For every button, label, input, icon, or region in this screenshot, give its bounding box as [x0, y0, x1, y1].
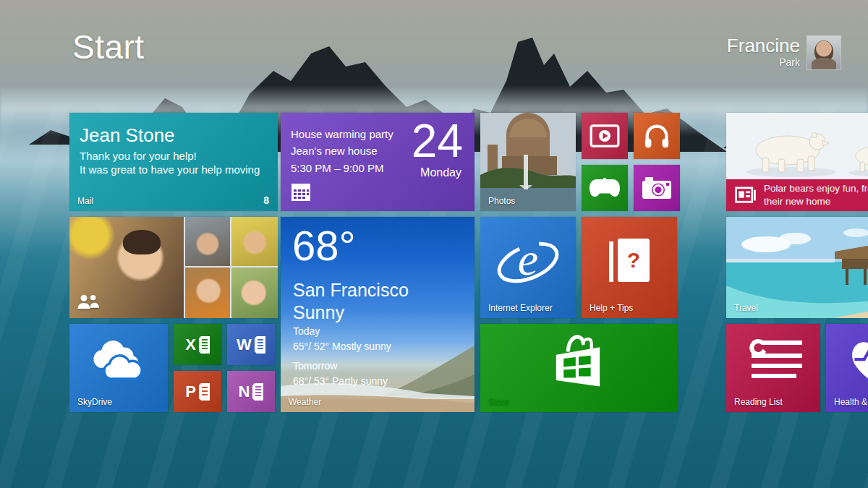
onenote-notebook-icon — [252, 383, 263, 401]
powerpoint-slide-icon — [199, 383, 210, 401]
polar-bears-photo — [726, 113, 868, 179]
calendar-event-time: 5:30 PM – 9:00 PM — [291, 160, 393, 176]
tile-skydrive[interactable]: SkyDrive — [69, 324, 168, 412]
reading-list-icon — [744, 337, 803, 382]
travel-label: Travel — [734, 303, 758, 313]
question-mark: ? — [627, 248, 640, 273]
tile-weather[interactable]: 68° San Francisco Sunny Today 65°/ 52° M… — [281, 217, 475, 412]
internet-explorer-label: Internet Explorer — [488, 303, 553, 313]
user-account-button[interactable]: Francine Park — [727, 36, 841, 69]
book-question-icon: ? — [618, 239, 650, 282]
skydrive-label: SkyDrive — [77, 397, 112, 407]
mail-subject: Thank you for your help! — [80, 150, 278, 162]
camera-icon — [642, 176, 672, 200]
news-headline-line1: Polar bears enjoy fun, free — [764, 182, 868, 195]
word-letter: W — [237, 335, 252, 354]
people-photo-4 — [231, 267, 278, 318]
people-icon — [77, 294, 101, 311]
weather-temperature: 68° — [292, 221, 356, 270]
people-photo-1 — [185, 217, 230, 266]
tile-word[interactable]: W — [227, 324, 275, 365]
tile-video[interactable] — [582, 113, 628, 159]
heart-pulse-icon — [846, 335, 868, 386]
excel-workbook-icon — [199, 336, 210, 354]
newspaper-icon — [735, 187, 757, 204]
clouds-icon — [82, 335, 156, 382]
tile-internet-explorer[interactable]: e Internet Explorer — [480, 217, 576, 318]
health-label: Health & — [834, 397, 867, 407]
calendar-icon — [291, 182, 311, 202]
tile-photos[interactable]: Photos — [480, 113, 576, 211]
calendar-day-number: 24 — [412, 114, 463, 168]
news-headline-line2: their new home — [764, 195, 868, 208]
tile-health[interactable]: Health & — [826, 324, 868, 412]
user-last-name: Park — [727, 57, 800, 68]
tile-camera[interactable] — [634, 165, 680, 211]
word-document-icon — [255, 336, 265, 354]
weather-today-label: Today — [293, 324, 391, 339]
help-tips-label: Help + Tips — [590, 303, 633, 313]
weather-condition: Sunny — [293, 301, 409, 324]
video-play-icon — [590, 124, 620, 147]
tile-onenote[interactable]: N — [227, 371, 275, 412]
tile-help-tips[interactable]: ? Help + Tips — [582, 217, 677, 318]
tile-reading-list[interactable]: Reading List — [726, 324, 820, 412]
tile-news[interactable]: Polar bears enjoy fun, free their new ho… — [726, 113, 868, 211]
weather-today-forecast: 65°/ 52° Mostly sunny — [293, 339, 391, 354]
tile-mail[interactable]: Jean Stone Thank you for your help! It w… — [69, 113, 278, 211]
mail-preview: It was great to have your help moving — [80, 163, 278, 176]
headphones-icon — [643, 122, 671, 150]
tile-travel[interactable]: Travel — [726, 217, 868, 318]
people-photo-2 — [231, 217, 278, 266]
calendar-weekday: Monday — [420, 166, 461, 179]
mail-unread-badge: 8 — [263, 194, 269, 206]
tile-powerpoint[interactable]: P — [174, 371, 221, 412]
tile-music[interactable] — [634, 113, 680, 159]
tile-calendar[interactable]: House warming party Jean's new house 5:3… — [281, 113, 475, 211]
powerpoint-letter: P — [185, 382, 196, 401]
reading-list-label: Reading List — [734, 397, 783, 407]
weather-tomorrow-label: Tomorrow — [293, 359, 388, 374]
calendar-event-location: Jean's new house — [291, 142, 393, 159]
avatar[interactable] — [807, 36, 841, 69]
tile-games[interactable] — [582, 165, 628, 211]
weather-city: San Francisco — [293, 279, 409, 301]
tile-excel[interactable]: X — [174, 324, 221, 365]
tile-people[interactable] — [69, 217, 278, 318]
weather-tomorrow-forecast: 68°/ 53° Partly sunny — [293, 374, 388, 389]
people-photo-3 — [185, 267, 230, 318]
game-controller-icon — [589, 177, 621, 199]
weather-label: Weather — [289, 397, 321, 407]
page-title: Start — [72, 27, 145, 67]
book-spine-icon — [609, 241, 613, 282]
news-headline-band: Polar bears enjoy fun, free their new ho… — [726, 179, 868, 211]
internet-explorer-icon: e — [495, 234, 561, 290]
user-first-name: Francine — [727, 36, 800, 56]
photos-label: Photos — [488, 196, 515, 206]
store-bag-icon — [541, 332, 616, 398]
tile-store[interactable]: Store — [480, 324, 677, 412]
store-label: Store — [488, 397, 509, 407]
excel-letter: X — [185, 335, 196, 354]
mail-sender: Jean Stone — [80, 124, 278, 147]
calendar-event-title: House warming party — [291, 126, 393, 142]
onenote-letter: N — [239, 382, 250, 401]
mail-label: Mail — [77, 196, 93, 206]
